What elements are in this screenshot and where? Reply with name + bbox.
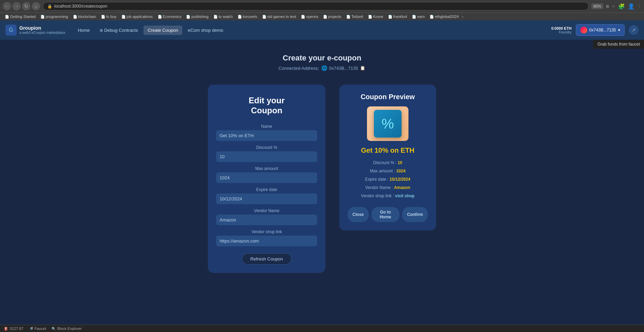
refresh-coupon-button[interactable]: Refresh Coupon — [242, 253, 292, 265]
bookmark-label: konzerts — [243, 15, 257, 19]
preview-coupon-title: Get 10% on ETH — [348, 146, 428, 154]
bookmark-getting-started[interactable]: 📄 Getting Started — [3, 14, 38, 19]
expire-date-input[interactable] — [216, 193, 317, 204]
reload-button[interactable]: ↻ — [22, 2, 30, 10]
preview-actions: Close Go to Home Confirm — [348, 207, 428, 222]
preview-card: Coupon Preview % Get 10% on ETH Discount… — [339, 85, 436, 230]
bookmark-openra[interactable]: 📄 openra — [299, 14, 320, 19]
discount-label: Discount % — [216, 145, 317, 150]
bookmark-to-buy[interactable]: 📄 to buy — [99, 14, 119, 19]
go-to-home-button[interactable]: Go to Home — [371, 207, 399, 222]
lock-icon: 🔒 — [47, 4, 52, 9]
discount-detail-value: 10 — [398, 160, 402, 165]
bookmark-label: to buy — [106, 15, 117, 19]
zoom-level: 80% — [591, 3, 603, 9]
nav-ecom-shop[interactable]: eCom shop demo — [184, 26, 228, 35]
star-icon[interactable]: ☆ — [612, 4, 615, 9]
bookmark-blockchain[interactable]: 📄 blockchain — [71, 14, 98, 19]
preview-details: Discount % : 10 Max amount : 1024 Expire… — [348, 159, 428, 200]
copy-icon[interactable]: 📋 — [360, 66, 365, 70]
bookmark-icon: 📄 — [238, 15, 242, 19]
bookmark-icon: 📄 — [73, 15, 77, 19]
external-link-button[interactable]: ↗ — [629, 25, 638, 35]
bookmark-icon: 📄 — [388, 15, 392, 19]
connected-address-row: Connected Address: 🌐 0x743B...7135 📋 — [279, 65, 366, 71]
gas-status: ⛽ 3127.87 — [4, 326, 24, 331]
grid-icon: ⊞ — [606, 4, 609, 9]
confirm-button[interactable]: Confirm — [402, 207, 428, 222]
bookmark-label: ethglobal2024 — [435, 15, 459, 19]
name-input[interactable] — [216, 130, 317, 141]
nav-home[interactable]: Home — [74, 26, 94, 35]
bookmark-label: Teilzeit — [351, 15, 363, 19]
max-amount-input[interactable] — [216, 172, 317, 183]
bookmark-economics[interactable]: 📄 Economics — [156, 14, 184, 19]
bookmark-job-applications[interactable]: 📄 job applications — [119, 14, 155, 19]
back-button[interactable]: ← — [3, 2, 11, 10]
debug-icon: ⚙ — [100, 28, 103, 32]
bookmark-icon: 📄 — [412, 15, 416, 19]
discount-input[interactable] — [216, 151, 317, 162]
nav-debug-contracts[interactable]: ⚙ Debug Contracts — [95, 26, 142, 35]
faucet-tooltip[interactable]: Grab funds from faucet — [593, 40, 644, 49]
bookmark-krone[interactable]: 📄 Krone — [366, 14, 385, 19]
bookmark-label: job applications — [127, 15, 153, 19]
nav-create-coupon[interactable]: Create Coupon — [144, 26, 182, 35]
bookmark-publishing[interactable]: 📄 publishing — [184, 14, 211, 19]
expire-date-detail-label: Expire date : — [365, 177, 388, 182]
bookmark-konzerts[interactable]: 📄 konzerts — [236, 14, 259, 19]
bookmark-label: programming — [46, 15, 68, 19]
vendor-link-input[interactable] — [216, 236, 317, 246]
preview-image-container: % — [348, 106, 428, 141]
more-bookmarks-indicator[interactable]: » — [462, 15, 464, 19]
vendor-name-detail-value: Amazon — [394, 185, 410, 190]
faucet-label: Faucet — [35, 326, 46, 331]
bookmark-label: to watch — [219, 15, 233, 19]
bookmark-icon: 📄 — [40, 15, 45, 19]
discount-detail-label: Discount % : — [373, 160, 396, 165]
max-amount-detail-label: Max amount : — [370, 169, 395, 173]
bookmark-to-watch[interactable]: 📄 to watch — [211, 14, 235, 19]
preview-vendor-link-row: Vendor shop link : visit shop — [348, 192, 428, 200]
wallet-button[interactable]: 0x743B...7135 ▾ — [576, 24, 625, 36]
form-group-max-amount: Max amount — [216, 166, 317, 183]
max-amount-detail-value: 1024 — [396, 169, 406, 173]
address-bar[interactable]: 🔒 localhost:3000/createcoupon — [43, 2, 589, 10]
connected-address-value: 0x743B...7135 — [329, 66, 358, 71]
bookmark-label: Economics — [163, 15, 182, 19]
url-text: localhost:3000/createcoupon — [54, 4, 107, 9]
faucet-status[interactable]: 🚿 Faucet — [29, 326, 46, 331]
coupon-preview-image: % — [367, 106, 408, 141]
edit-card: Edit yourCoupon Name Discount % Max amou… — [208, 85, 325, 273]
gas-value: 3127.87 — [10, 326, 24, 331]
app-title: Groupion — [19, 25, 65, 31]
forward-button[interactable]: → — [12, 2, 21, 10]
bookmark-label: Krone — [373, 15, 383, 19]
bookmark-label: Getting Started — [10, 15, 36, 19]
vendor-link-detail-value: visit shop — [395, 193, 414, 198]
bookmark-icon: 📄 — [323, 15, 327, 19]
bookmark-icon: 📄 — [430, 15, 434, 19]
bookmark-projects[interactable]: 📄 projects — [321, 14, 344, 19]
home-button[interactable]: ⌂ — [32, 2, 40, 10]
bookmark-icon: 📄 — [301, 15, 305, 19]
bookmark-ethglobal[interactable]: 📄 ethglobal2024 — [427, 14, 461, 19]
bookmark-frankfurt[interactable]: 📄 frankfurt — [386, 14, 409, 19]
chevron-down-icon: ▾ — [618, 28, 620, 32]
preview-max-amount-row: Max amount : 1024 — [348, 167, 428, 175]
explorer-label: Block Explorer — [57, 326, 82, 331]
more-icon[interactable]: ⋮ — [637, 4, 641, 9]
extensions-icon: 🧩 — [618, 3, 625, 10]
form-group-vendor-name: Vendor Name — [216, 208, 317, 225]
close-button[interactable]: Close — [348, 207, 369, 222]
app-subtitle: a web3 eCoupon marketplace — [19, 31, 65, 35]
bookmark-earn[interactable]: 📄 earn — [410, 14, 427, 19]
bookmark-programming[interactable]: 📄 programming — [38, 14, 70, 19]
bookmark-teilzeit[interactable]: 📄 Teilzeit — [344, 14, 365, 19]
faucet-label: Grab funds from faucet — [597, 42, 640, 47]
bookmark-old-games[interactable]: 📄 old games to test — [260, 14, 298, 19]
block-explorer-status[interactable]: 🔍 Block Explorer — [52, 326, 82, 331]
bookmark-icon: 📄 — [213, 15, 218, 19]
nav-right: 0.0000 ETH Foundry 0x743B...7135 ▾ ↗ — [551, 24, 638, 36]
vendor-name-input[interactable] — [216, 215, 317, 225]
